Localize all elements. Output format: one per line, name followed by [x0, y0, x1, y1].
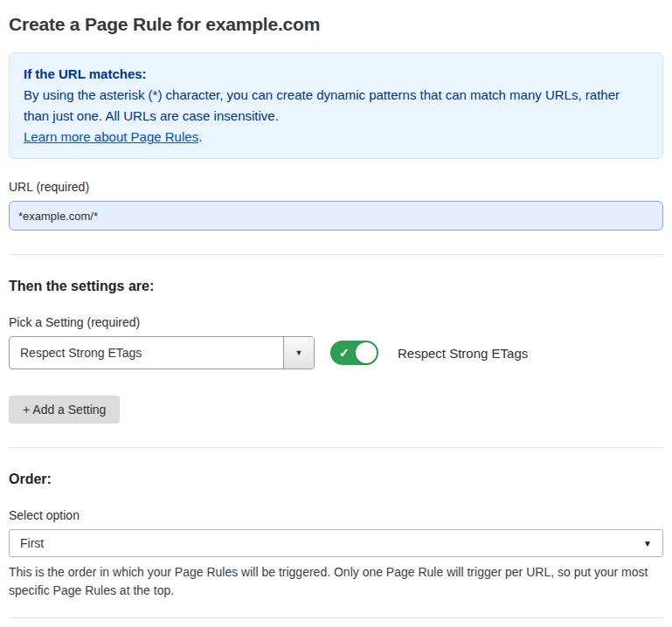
setting-row: Respect Strong ETags ▼ ✓ Respect Strong …	[9, 336, 663, 369]
order-select-value: First	[20, 536, 643, 550]
page-title: Create a Page Rule for example.com	[9, 14, 663, 35]
order-help-text: This is the order in which your Page Rul…	[9, 563, 660, 600]
divider	[9, 254, 663, 255]
info-box-body: By using the asterisk (*) character, you…	[24, 85, 648, 127]
setting-toggle-group: ✓ Respect Strong ETags	[330, 341, 528, 365]
add-setting-button[interactable]: + Add a Setting	[9, 396, 120, 424]
setting-toggle-label: Respect Strong ETags	[398, 346, 528, 361]
pick-setting-label: Pick a Setting (required)	[9, 315, 663, 329]
toggle-knob	[356, 342, 377, 363]
divider	[9, 447, 663, 448]
order-section-heading: Order:	[9, 472, 663, 487]
page-rule-form: Create a Page Rule for example.com If th…	[0, 0, 672, 627]
divider	[9, 617, 663, 618]
setting-toggle[interactable]: ✓	[330, 341, 378, 365]
chevron-down-icon: ▼	[643, 539, 652, 548]
url-input[interactable]	[9, 201, 663, 231]
settings-section-heading: Then the settings are:	[9, 279, 663, 294]
check-icon: ✓	[339, 347, 350, 359]
learn-more-link[interactable]: Learn more about Page Rules	[24, 129, 198, 144]
url-match-info-box: If the URL matches: By using the asteris…	[9, 52, 663, 159]
setting-select-value: Respect Strong ETags	[10, 337, 283, 369]
caret-down-icon[interactable]: ▼	[283, 337, 314, 369]
info-box-heading: If the URL matches:	[24, 64, 648, 85]
order-select-label: Select option	[9, 508, 663, 522]
url-field-label: URL (required)	[9, 180, 663, 194]
link-period: .	[198, 129, 202, 144]
info-link-line: Learn more about Page Rules.	[24, 127, 648, 148]
order-select[interactable]: First ▼	[9, 529, 663, 557]
setting-select[interactable]: Respect Strong ETags ▼	[9, 336, 315, 369]
